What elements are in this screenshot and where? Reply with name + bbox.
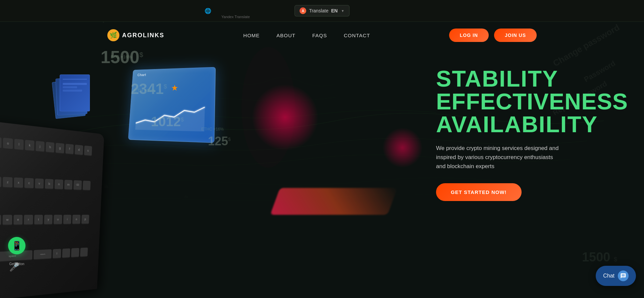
yandex-label: Yandex Translate [221,15,250,19]
get-started-button[interactable]: GET STARTED NOW! [436,183,522,201]
red-glow-blob-2 [382,128,423,168]
whatsapp-button[interactable]: 📱 [8,237,25,254]
chat-bubble-icon [618,270,629,281]
logo[interactable]: 🌿 AGROLINKS [107,29,164,41]
translate-widget[interactable]: A Translate EN ▼ [294,5,349,16]
translate-label: Translate [309,8,328,13]
nav-auth-buttons: LOG IN JOIN US [449,29,537,42]
translate-lang: EN [331,8,337,13]
nav-home[interactable]: HOME [243,33,260,38]
svg-text:8k: 8k [184,195,189,199]
eth-tag: ETH +15% [134,88,155,93]
hero-section: STABILITY EFFECTIVENESS AVAILABILITY We … [436,67,577,201]
hero-title-stability: STABILITY [436,67,577,90]
svg-text:8k: 8k [104,184,109,189]
chevron-down-icon: ▼ [341,9,344,13]
whatsapp-icon: 📱 [11,241,22,251]
red-glow-blob-1 [252,84,319,151]
navbar: 🌿 AGROLINKS HOME ABOUT FAQS CONTACT LOG … [0,22,644,49]
hero-title-availability: AVAILABILITY [436,113,577,136]
logo-icon: 🌿 [107,29,119,41]
translate-icon: A [300,7,306,14]
nav-faqs[interactable]: FAQS [312,33,327,38]
logo-text: AGROLINKS [122,32,164,39]
chat-button[interactable]: Chat [596,266,636,286]
bg-1500-right: 1500 $ [582,250,617,264]
translate-bar: 🌐 A Translate EN ▼ Yandex Translate [0,0,644,22]
nav-about[interactable]: ABOUT [276,33,296,38]
globe-icon: 🌐 [205,8,211,14]
hero-description: We provide crypto mining services design… [436,144,564,171]
nav-links: HOME ABOUT FAQS CONTACT [243,33,370,38]
ethc-tag: ETHC +16% [201,127,224,132]
nav-contact[interactable]: CONTACT [344,33,370,38]
red-slash-decoration [270,188,397,215]
whatsapp-label: GetButton [6,262,28,266]
hero-title-effectiveness: EFFECTIVENESS [436,90,577,113]
keyboard-decoration: polkjhgfds azxcvbnm⌫ qwertyuiop space re… [0,119,104,298]
btc-tag: BTC +16% [111,54,132,59]
chat-label: Chat [603,273,614,279]
orange-star-decoration: ★ [171,83,178,93]
join-button[interactable]: JOIN US [494,29,537,42]
login-button[interactable]: LOG IN [449,29,489,42]
